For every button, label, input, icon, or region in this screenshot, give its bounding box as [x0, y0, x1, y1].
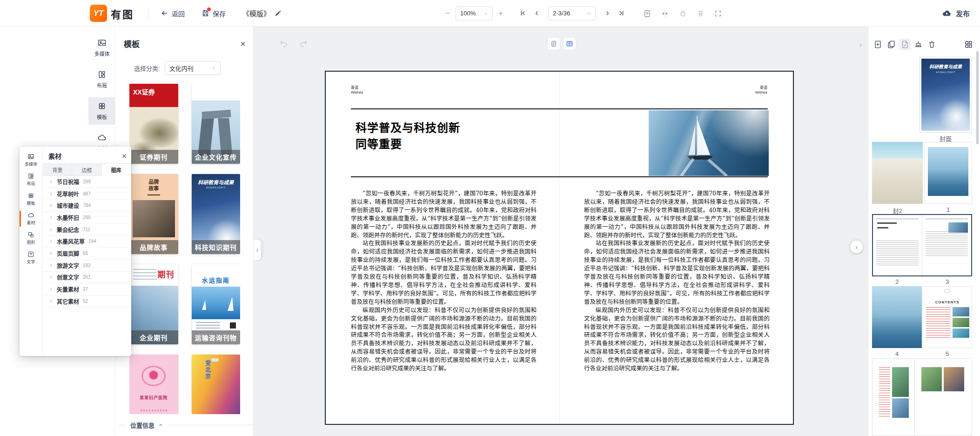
assets-rail-layout[interactable]: 布局: [20, 170, 42, 189]
chevron-right-icon: [49, 228, 53, 232]
add-page-icon[interactable]: [872, 39, 884, 50]
template-card-beijing[interactable]: 变北京: [192, 355, 241, 414]
chevron-down-icon: [586, 11, 591, 16]
collapse-right-top-icon[interactable]: ›: [859, 40, 862, 48]
thumbnail-inside-cover[interactable]: [872, 142, 923, 204]
last-page-button[interactable]: [614, 10, 628, 17]
clear-page-icon[interactable]: [913, 39, 924, 50]
collapse-template-panel-handle[interactable]: ‹: [254, 240, 261, 260]
paste-page-icon[interactable]: [899, 39, 911, 50]
category-select[interactable]: 文化内刊: [165, 61, 221, 75]
assets-rail-shapes[interactable]: 图形: [20, 228, 42, 248]
unsaved-dot: [207, 7, 211, 11]
template-panel: 模板 × 选择分类: 文化内刊 XX证券 证券期刊 企业文化宣传 品牌: [115, 27, 254, 436]
design-canvas[interactable]: › 寄语 Wishes 寄语 Wishes 科学普及与科技创新 同等重要: [254, 27, 868, 436]
pages-scrollbar-thumb[interactable]: [976, 51, 979, 144]
asset-category-vector[interactable]: 矢量素材 37: [43, 283, 131, 295]
sailboat-image[interactable]: [649, 110, 769, 176]
thumbnail-page-1[interactable]: [924, 142, 972, 204]
publish-button[interactable]: 发布: [942, 0, 970, 27]
redo-icon[interactable]: [299, 39, 308, 48]
media-icon: [97, 38, 107, 47]
assets-rail-assets[interactable]: 素材: [20, 209, 42, 228]
sidebar-item-media[interactable]: 多媒体: [88, 34, 115, 61]
template-card-hospital[interactable]: 某某妇产医院: [129, 355, 178, 414]
assets-mini-rail: 多媒体 布局 模板 素材 图形: [20, 147, 43, 356]
sidebar-item-layout[interactable]: 布局: [88, 66, 115, 93]
page-divider: [559, 72, 560, 424]
back-arrow-icon: [161, 9, 168, 17]
template-grid: XX证券 证券期刊 企业文化宣传 品牌 故事 品牌故事 科研教育与成果 HIGH…: [129, 84, 240, 414]
asset-category-party[interactable]: 聚会纪念 711: [43, 224, 131, 236]
template-card-brand-story[interactable]: 品牌 故事 品牌故事: [129, 174, 178, 254]
page-indicator-select[interactable]: 2-3/36: [548, 7, 596, 20]
article-text-left-page[interactable]: “忽如一夜春风来，千树万树梨花开”，建国70年来，特别是改革开放以来，随着我国经…: [351, 189, 537, 373]
thumbnail-label-2: 2: [872, 278, 922, 285]
thumbnail-spread-6-7[interactable]: [872, 358, 972, 436]
spread-view-button[interactable]: [563, 37, 576, 50]
close-icon[interactable]: ×: [122, 152, 127, 160]
single-page-view-button[interactable]: [547, 37, 560, 50]
tab-backgrounds[interactable]: 背景: [43, 163, 72, 176]
collapse-pages-panel-handle[interactable]: ›: [850, 241, 863, 253]
document-title: 《模版》: [242, 8, 281, 18]
chevron-right-icon: [49, 239, 53, 243]
next-page-button[interactable]: [600, 10, 614, 17]
position-info-toggle[interactable]: 位置信息: [115, 414, 253, 436]
thumbnail-page-4[interactable]: [872, 286, 922, 348]
template-icon: [27, 192, 34, 199]
app-logo[interactable]: YT: [90, 5, 107, 22]
zoom-in-button[interactable]: +: [496, 9, 505, 18]
template-icon: [97, 101, 107, 111]
article-title[interactable]: 科学普及与科技创新 同等重要: [356, 120, 460, 152]
delete-page-icon[interactable]: [926, 39, 938, 50]
zoom-level-select[interactable]: 100%: [456, 7, 493, 20]
mirror-pages-icon[interactable]: [656, 9, 674, 18]
asset-category-travel-text[interactable]: 旅游文字 192: [43, 260, 131, 272]
thumbnail-cover[interactable]: 科研教育与成果 HIGHLIGHT: [920, 57, 972, 133]
grid-view-icon[interactable]: [963, 39, 974, 50]
thumbnail-page-5[interactable]: CONTENTS: [922, 286, 972, 348]
prev-page-button[interactable]: [530, 10, 544, 17]
asset-category-ink-nostalgia[interactable]: 水墨怀旧 290: [43, 212, 131, 224]
chevron-right-icon: [49, 180, 53, 184]
close-icon[interactable]: ×: [240, 39, 246, 48]
zoom-out-button[interactable]: −: [443, 9, 452, 18]
assets-rail-templates[interactable]: 模板: [20, 189, 42, 209]
page-settings-icon[interactable]: [638, 9, 656, 18]
chevron-right-icon: [49, 215, 53, 220]
article-text-right-page[interactable]: “忽如一夜春风来，千树万树梨花开”，建国70年来，特别是改革开放以来，随着我国经…: [584, 189, 770, 373]
asset-category-city[interactable]: 城市建设 784: [43, 200, 131, 212]
back-button[interactable]: 返回: [161, 9, 185, 18]
asset-category-list: 节日祝福 299 花草树叶 487 城市建设 784 水墨怀旧 290 聚会纪念: [43, 176, 131, 356]
template-card-science-journal[interactable]: 科研教育与成果 HIGHLIGHT 科技知识期刊: [192, 174, 241, 254]
asset-category-ink-flowers[interactable]: 水墨风花草 194: [43, 235, 131, 248]
save-button[interactable]: 保存: [201, 9, 226, 18]
duplicate-page-icon[interactable]: [886, 39, 897, 50]
tab-gallery[interactable]: 图库: [102, 163, 131, 176]
sidebar-item-templates[interactable]: 模板: [88, 97, 115, 125]
asset-category-other[interactable]: 其它素材 52: [43, 295, 131, 308]
assets-rail-text[interactable]: 文字: [20, 248, 42, 268]
fullscreen-icon[interactable]: [709, 10, 727, 17]
pages-panel: 科研教育与成果 HIGHLIGHT 封面 封2 1 2 3: [868, 27, 980, 436]
asset-category-flowers[interactable]: 花草树叶 487: [43, 188, 131, 200]
chevron-right-icon: [49, 251, 53, 255]
asset-category-holiday[interactable]: 节日祝福 299: [43, 176, 131, 188]
thumbnail-spread-2-3[interactable]: [872, 214, 972, 276]
shapes-icon: [27, 231, 34, 238]
first-page-button[interactable]: [516, 10, 530, 17]
asset-category-header-footer[interactable]: 页眉页脚 65: [43, 248, 131, 260]
template-card-shipping-guide[interactable]: 水运指南 运输咨询刊物: [192, 264, 241, 344]
delete-icon[interactable]: [691, 9, 709, 17]
asset-category-creative-text[interactable]: 创意文字 261: [43, 272, 131, 284]
template-card-enterprise-journal[interactable]: 期刊 企业期刊: [129, 264, 178, 344]
tab-borders[interactable]: 边框: [72, 163, 101, 176]
template-card-securities[interactable]: XX证券 证券期刊: [129, 84, 178, 164]
lock-icon[interactable]: [674, 9, 691, 17]
assets-rail-media[interactable]: 多媒体: [20, 150, 42, 170]
magazine-spread[interactable]: 寄语 Wishes 寄语 Wishes 科学普及与科技创新 同等重要 “忽如一夜…: [325, 71, 794, 425]
rename-pencil-icon[interactable]: [275, 10, 281, 17]
undo-icon[interactable]: [279, 39, 289, 48]
template-card-corporate-culture[interactable]: 企业文化宣传: [192, 84, 241, 164]
